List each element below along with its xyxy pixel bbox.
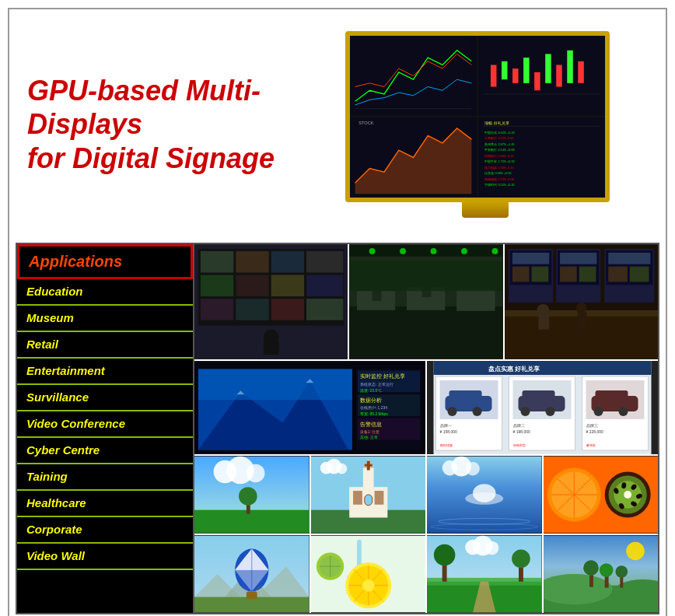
svg-rect-184 bbox=[247, 592, 257, 600]
svg-rect-54 bbox=[456, 289, 495, 311]
svg-text:涨幅 好礼兑享: 涨幅 好礼兑享 bbox=[484, 121, 509, 125]
svg-text:品牌三: 品牌三 bbox=[586, 423, 598, 428]
image-row-4 bbox=[194, 535, 658, 613]
sidebar-item-survillance[interactable]: Survillance bbox=[17, 385, 193, 411]
svg-point-47 bbox=[369, 248, 376, 254]
chart-panel-1 bbox=[350, 36, 477, 116]
svg-point-206 bbox=[512, 550, 530, 569]
svg-rect-59 bbox=[349, 261, 502, 291]
svg-point-195 bbox=[362, 579, 374, 592]
image-videowall-large: 实时监控 好礼兑享 系统状态: 正常运行 温度: 23.5°C 数据分析 在线用… bbox=[194, 361, 425, 454]
image-green-field bbox=[427, 535, 542, 613]
svg-text:平安银行  2.14% +0.08: 平安银行 2.14% +0.08 bbox=[484, 148, 514, 152]
sidebar-header: Applications bbox=[17, 244, 193, 279]
page-container: GPU-based Multi-Displays for Digital Sig… bbox=[8, 8, 667, 616]
image-row-1 bbox=[194, 244, 658, 359]
image-water bbox=[427, 456, 542, 534]
chart-panel-2 bbox=[478, 36, 605, 116]
svg-rect-31 bbox=[236, 251, 268, 273]
svg-rect-7 bbox=[534, 72, 540, 90]
svg-point-204 bbox=[434, 544, 456, 566]
svg-point-127 bbox=[594, 407, 603, 416]
svg-point-209 bbox=[485, 541, 499, 555]
svg-text:热销车型: 热销车型 bbox=[513, 443, 526, 447]
svg-rect-30 bbox=[201, 251, 233, 273]
svg-point-217 bbox=[583, 560, 599, 576]
svg-point-51 bbox=[492, 248, 498, 254]
svg-rect-5 bbox=[512, 68, 518, 83]
svg-rect-6 bbox=[523, 58, 529, 83]
page-title: GPU-based Multi-Displays for Digital Sig… bbox=[27, 74, 299, 175]
sidebar-item-taining[interactable]: Taining bbox=[17, 464, 193, 491]
content-area: 实时监控 好礼兑享 系统状态: 正常运行 温度: 23.5°C 数据分析 在线用… bbox=[194, 244, 658, 613]
sidebar-item-retail[interactable]: Retail bbox=[17, 332, 193, 359]
svg-rect-142 bbox=[353, 491, 362, 505]
image-surveillance bbox=[194, 244, 348, 359]
sidebar-item-corporate[interactable]: Corporate bbox=[17, 517, 193, 544]
image-lemon bbox=[311, 535, 426, 613]
svg-text:实时监控 好礼兑享: 实时监控 好礼兑享 bbox=[360, 373, 405, 380]
sidebar-item-museum[interactable]: Museum bbox=[17, 306, 193, 332]
svg-rect-40 bbox=[271, 299, 304, 320]
svg-text:比亚迪    0.98% +0.05: 比亚迪 0.98% +0.05 bbox=[484, 171, 511, 175]
svg-rect-43 bbox=[264, 341, 279, 355]
svg-rect-41 bbox=[306, 299, 343, 320]
svg-rect-8 bbox=[545, 54, 551, 82]
svg-point-110 bbox=[473, 407, 482, 416]
svg-text:品牌二: 品牌二 bbox=[513, 423, 525, 428]
svg-point-136 bbox=[247, 464, 265, 483]
svg-text:中国平安  1.75% +0.33: 中国平安 1.75% +0.33 bbox=[484, 159, 514, 163]
svg-text:¥ 198,000: ¥ 198,000 bbox=[513, 429, 530, 434]
svg-point-50 bbox=[461, 248, 467, 254]
svg-text:在线用户: 1,234: 在线用户: 1,234 bbox=[360, 405, 387, 410]
svg-text:豪华款: 豪华款 bbox=[586, 443, 596, 447]
svg-point-157 bbox=[466, 462, 480, 476]
svg-rect-117 bbox=[523, 390, 555, 402]
svg-point-119 bbox=[546, 407, 555, 416]
svg-point-128 bbox=[619, 407, 628, 416]
svg-text:限时优惠: 限时优惠 bbox=[440, 443, 453, 447]
image-sky-meadow bbox=[194, 456, 310, 534]
sidebar-item-education[interactable]: Education bbox=[17, 279, 193, 306]
image-restaurant bbox=[505, 244, 658, 359]
sidebar-item-healthcare[interactable]: Healthcare bbox=[17, 491, 193, 517]
monitor-stand bbox=[462, 202, 509, 218]
svg-rect-34 bbox=[201, 275, 233, 296]
sidebar-item-cyber-centre[interactable]: Cyber Centre bbox=[17, 438, 193, 464]
svg-rect-79 bbox=[538, 314, 549, 330]
svg-point-48 bbox=[400, 248, 406, 254]
svg-point-138 bbox=[239, 487, 257, 506]
sidebar-item-entertainment[interactable]: Entertainment bbox=[17, 359, 193, 385]
sidebar-item-video-conference[interactable]: Video Conference bbox=[17, 411, 193, 438]
image-row-3 bbox=[194, 456, 658, 534]
svg-rect-11 bbox=[578, 61, 583, 83]
svg-text:盘点实惠 好礼兑享: 盘点实惠 好礼兑享 bbox=[488, 365, 540, 373]
svg-text:海康威视  0.75% -0.08: 海康威视 0.75% -0.08 bbox=[484, 177, 513, 181]
svg-point-109 bbox=[448, 407, 457, 416]
svg-rect-38 bbox=[201, 299, 233, 320]
image-church bbox=[311, 456, 426, 534]
monitor-screen: STOCK 涨幅 好礼兑享 中国石化 4.62% +0.29 工商银行 3.25… bbox=[345, 31, 610, 202]
svg-rect-66 bbox=[512, 267, 530, 282]
svg-text:¥ 158,000: ¥ 158,000 bbox=[440, 429, 457, 434]
svg-rect-88 bbox=[198, 369, 352, 401]
svg-rect-37 bbox=[306, 275, 343, 296]
svg-text:带宽: 95.2 Mbps: 带宽: 95.2 Mbps bbox=[360, 411, 388, 416]
svg-rect-9 bbox=[556, 65, 561, 86]
svg-text:¥ 228,000: ¥ 228,000 bbox=[586, 429, 603, 434]
title-area: GPU-based Multi-Displays for Digital Sig… bbox=[16, 66, 311, 183]
image-nature-extra bbox=[544, 535, 659, 613]
svg-text:设备1: 注意: 设备1: 注意 bbox=[360, 429, 379, 434]
chart-panel-4: 涨幅 好礼兑享 中国石化 4.62% +0.29 工商银行 3.25% -0.1… bbox=[478, 117, 605, 198]
svg-point-49 bbox=[431, 248, 437, 254]
hero-image: STOCK 涨幅 好礼兑享 中国石化 4.62% +0.29 工商银行 3.25… bbox=[311, 31, 659, 218]
svg-text:工商银行  3.25% -0.12: 工商银行 3.25% -0.12 bbox=[484, 136, 513, 140]
svg-rect-108 bbox=[449, 390, 482, 402]
svg-point-118 bbox=[521, 407, 530, 416]
svg-rect-143 bbox=[374, 491, 383, 505]
svg-point-151 bbox=[336, 464, 347, 474]
sidebar-item-video-wall[interactable]: Video Wall bbox=[17, 544, 193, 570]
svg-point-154 bbox=[473, 484, 496, 502]
monitor-display: STOCK 涨幅 好礼兑享 中国石化 4.62% +0.29 工商银行 3.25… bbox=[345, 31, 625, 218]
svg-point-221 bbox=[615, 565, 628, 578]
